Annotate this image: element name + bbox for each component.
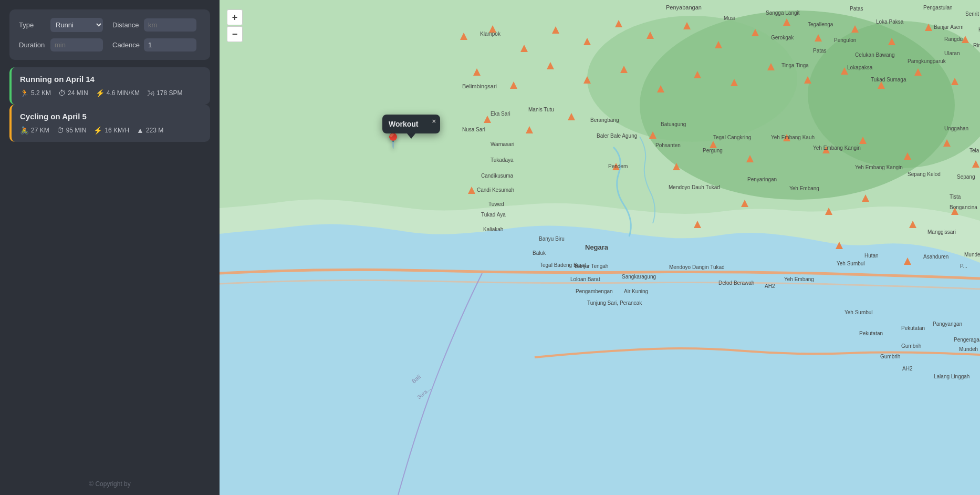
svg-text:Pekutatan: Pekutatan <box>901 325 925 331</box>
stat-value: 178 SPM <box>157 89 182 97</box>
stat-icon: ⚡ <box>96 89 105 97</box>
stat-icon: 🌬 <box>147 89 154 97</box>
svg-text:Yeh Embang: Yeh Embang <box>789 185 819 191</box>
stat-item: ▲223 M <box>137 126 163 135</box>
type-select[interactable]: Runni Cycling Swimming <box>50 18 103 32</box>
duration-label: Duration <box>19 41 46 49</box>
svg-text:Mendoyo Dauh Tukad: Mendoyo Dauh Tukad <box>669 184 720 190</box>
svg-text:Mundeh: Mundeh <box>959 346 978 352</box>
svg-text:Delod Berawah: Delod Berawah <box>718 280 754 286</box>
duration-input[interactable] <box>50 38 103 51</box>
sidebar: Type Runni Cycling Swimming Distance Dur… <box>0 0 220 495</box>
svg-text:Baler Bale Agung: Baler Bale Agung <box>597 133 637 139</box>
stat-value: 27 KM <box>31 127 49 134</box>
stat-item: ⚡16 KM/H <box>93 126 129 135</box>
cadence-input[interactable] <box>144 38 196 51</box>
workout-stats: 🚴27 KM⏱95 MIN⚡16 KM/H▲223 M <box>20 126 202 135</box>
svg-text:Seririt: Seririt <box>965 11 979 17</box>
svg-text:Sangga Langit: Sangga Langit <box>766 10 800 16</box>
svg-text:Warnasari: Warnasari <box>491 141 514 147</box>
svg-text:Belimbingsari: Belimbingsari <box>462 83 497 89</box>
stat-item: ⏱95 MIN <box>57 126 87 135</box>
zoom-out-button[interactable]: − <box>227 26 243 42</box>
stat-icon: ⏱ <box>57 126 64 135</box>
svg-text:Berangbang: Berangbang <box>590 117 619 123</box>
svg-text:Celukan Bawang: Celukan Bawang <box>855 52 895 58</box>
svg-text:Yeh Sumbul: Yeh Sumbul <box>845 310 873 315</box>
svg-text:Candi Kesumah: Candi Kesumah <box>477 187 514 193</box>
svg-text:Pengastulan: Pengastulan <box>923 5 953 11</box>
svg-text:Tuwed: Tuwed <box>488 201 504 207</box>
svg-text:Mundeh: Mundeh <box>964 252 980 257</box>
svg-text:Yeh Embang: Yeh Embang <box>784 276 814 282</box>
svg-text:Manggissari: Manggissari <box>927 229 956 235</box>
stat-value: 4.6 MIN/KM <box>107 89 140 97</box>
workout-card-running-april14[interactable]: Running on April 14🏃5.2 KM⏱24 MIN⚡4.6 MI… <box>9 67 210 105</box>
svg-text:Tunjung Sari, Perancak: Tunjung Sari, Perancak <box>587 300 642 306</box>
svg-text:Asahduren: Asahduren <box>923 254 948 260</box>
svg-text:Tegal Cangkring: Tegal Cangkring <box>713 135 751 140</box>
svg-text:Eka Sari: Eka Sari <box>491 111 510 117</box>
svg-text:Tela: Tela <box>969 148 979 153</box>
svg-text:Air Kuning: Air Kuning <box>624 288 648 294</box>
svg-text:Negara: Negara <box>585 243 609 251</box>
svg-text:Batuagung: Batuagung <box>661 121 686 127</box>
svg-text:Banyu Biru: Banyu Biru <box>539 236 565 242</box>
stat-value: 16 KM/H <box>105 127 129 134</box>
svg-text:Penyabangan: Penyabangan <box>666 4 702 11</box>
svg-text:Yeh Sumbul: Yeh Sumbul <box>837 261 865 266</box>
map-area: + − <box>220 0 980 495</box>
stat-value: 5.2 KM <box>31 89 51 97</box>
workout-list: Running on April 14🏃5.2 KM⏱24 MIN⚡4.6 MI… <box>9 67 210 142</box>
stat-icon: 🏃 <box>20 89 29 97</box>
svg-text:Bongancina: Bongancina <box>950 204 977 210</box>
zoom-in-button[interactable]: + <box>227 9 243 25</box>
svg-text:Gumbrih: Gumbrih <box>901 343 921 349</box>
svg-text:Patas: Patas <box>813 48 827 54</box>
workout-popup: Workout × <box>382 115 440 133</box>
popup-arrow <box>407 133 415 139</box>
svg-text:Pengambengan: Pengambengan <box>576 288 613 294</box>
workout-card-cycling-april5[interactable]: Cycling on April 5🚴27 KM⏱95 MIN⚡16 KM/H▲… <box>9 105 210 142</box>
svg-text:Lalang Linggah: Lalang Linggah <box>934 374 969 379</box>
svg-point-2 <box>587 16 797 142</box>
svg-text:Hutan: Hutan <box>864 253 879 259</box>
svg-text:Patas: Patas <box>850 6 863 12</box>
stat-icon: ▲ <box>137 126 144 135</box>
svg-text:Manis Tutu: Manis Tutu <box>528 107 554 112</box>
cadence-label: Cadence <box>112 41 140 49</box>
svg-text:Yeh Embang Kangin: Yeh Embang Kangin <box>813 145 861 151</box>
svg-text:Kaliakah: Kaliakah <box>483 226 503 232</box>
svg-text:Ularan: Ularan <box>944 50 960 56</box>
svg-text:Pangyangan: Pangyangan <box>933 321 962 327</box>
svg-text:Tegallenga: Tegallenga <box>808 22 833 27</box>
stat-item: 🏃5.2 KM <box>20 89 51 97</box>
zoom-controls: + − <box>227 9 243 42</box>
svg-text:Tukad Sumaga: Tukad Sumaga <box>871 77 906 82</box>
popup-close-button[interactable]: × <box>432 118 436 125</box>
svg-text:Unggahan: Unggahan <box>944 126 968 131</box>
distance-row: Distance <box>112 18 201 32</box>
svg-text:Loka Paksa: Loka Paksa <box>876 19 904 25</box>
svg-text:Musi: Musi <box>724 15 735 21</box>
workout-title: Running on April 14 <box>20 75 202 84</box>
svg-text:Nusa Sari: Nusa Sari <box>462 127 485 132</box>
svg-text:Klampok: Klampok <box>480 31 501 37</box>
cadence-row: Cadence <box>112 38 201 51</box>
stat-item: 🚴27 KM <box>20 126 49 135</box>
workout-title: Cycling on April 5 <box>20 112 202 121</box>
popup-title: Workout <box>389 120 419 128</box>
svg-text:Tukad Aya: Tukad Aya <box>481 212 506 218</box>
type-label: Type <box>19 21 46 29</box>
stat-value: 223 M <box>146 127 163 134</box>
stat-item: ⚡4.6 MIN/KM <box>96 89 140 97</box>
svg-text:Ringdik: Ringdik <box>973 43 980 48</box>
filter-form: Type Runni Cycling Swimming Distance Dur… <box>9 9 210 60</box>
svg-text:Tukadaya: Tukadaya <box>491 157 514 163</box>
distance-input[interactable] <box>144 18 196 32</box>
svg-text:AH2: AH2 <box>902 366 913 372</box>
svg-text:Tista: Tista <box>950 194 961 200</box>
svg-text:Pengeragaan: Pengeragaan <box>954 337 980 343</box>
sidebar-footer: © Copyright by <box>9 472 210 495</box>
svg-text:Gerokgak: Gerokgak <box>771 35 794 40</box>
